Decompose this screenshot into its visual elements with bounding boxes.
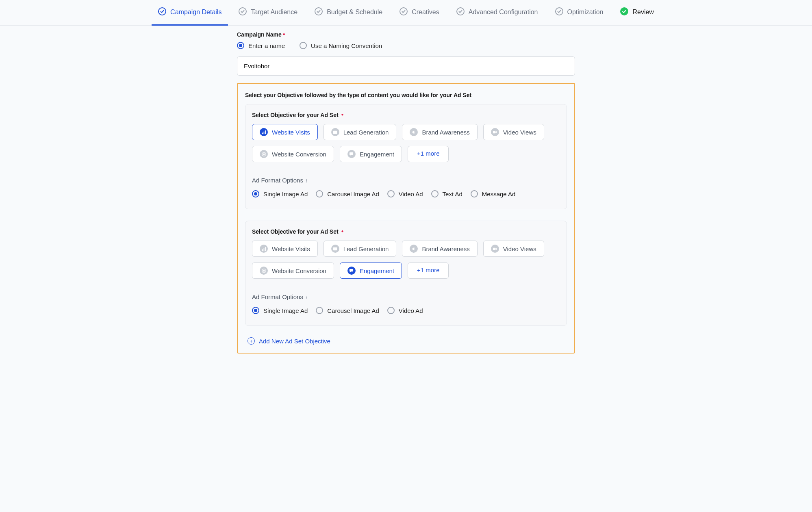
required-icon: ● xyxy=(341,112,344,117)
radio-icon xyxy=(431,190,439,197)
tab-optimization[interactable]: Optimization xyxy=(555,7,604,18)
svg-rect-17 xyxy=(333,247,337,250)
tab-label: Optimization xyxy=(567,9,604,16)
chip-label: Website Conversion xyxy=(272,151,326,158)
campaign-name-label: Campaign Name● xyxy=(237,31,575,38)
chip-icon xyxy=(347,267,356,275)
chip-icon xyxy=(260,245,268,253)
objective-chip-website-conversion[interactable]: Website Conversion xyxy=(252,263,334,279)
tab-campaign-details[interactable]: Campaign Details xyxy=(158,7,221,18)
campaign-name-input[interactable] xyxy=(237,56,575,76)
info-icon[interactable]: i xyxy=(306,178,311,183)
radio-label: Carousel Image Ad xyxy=(327,191,379,197)
svg-point-4 xyxy=(457,8,464,15)
radio-label: Use a Naming Convention xyxy=(311,42,382,49)
add-link-label: Add New Ad Set Objective xyxy=(259,338,330,345)
svg-point-0 xyxy=(158,8,166,15)
objective-chip-row: Website VisitsLead GenerationBrand Aware… xyxy=(252,124,560,162)
tab-review[interactable]: Review xyxy=(620,7,654,18)
tab-status-icon xyxy=(158,7,166,17)
add-adset-objective-link[interactable]: + Add New Ad Set Objective xyxy=(245,337,567,345)
objective-chip-video-views[interactable]: Video Views xyxy=(483,241,544,257)
chip-icon xyxy=(331,245,339,253)
radio-label: Single Image Ad xyxy=(263,307,308,314)
tab-label: Campaign Details xyxy=(170,9,221,16)
objective-chip-lead-generation[interactable]: Lead Generation xyxy=(323,124,397,140)
svg-rect-9 xyxy=(265,130,266,134)
svg-point-5 xyxy=(556,8,563,15)
format-radio-message-ad[interactable]: Message Ad xyxy=(471,190,516,197)
tab-budget-schedule[interactable]: Budget & Schedule xyxy=(315,7,382,18)
tab-creatives[interactable]: Creatives xyxy=(399,7,439,18)
objective-more-chip[interactable]: +1 more xyxy=(408,146,449,162)
chip-icon xyxy=(491,128,499,136)
chip-icon xyxy=(260,150,268,158)
chip-label: Video Views xyxy=(503,129,536,136)
format-radio-video-ad[interactable]: Video Ad xyxy=(387,190,423,197)
objective-chip-row: Website VisitsLead GenerationBrand Aware… xyxy=(252,241,560,279)
chip-icon xyxy=(260,267,268,275)
chip-label: Website Conversion xyxy=(272,267,326,274)
objective-label: Select Objective for your Ad Set ● xyxy=(252,228,560,235)
radio-icon xyxy=(252,307,259,314)
tab-status-icon xyxy=(239,7,247,17)
radio-label: Single Image Ad xyxy=(263,191,308,197)
svg-point-2 xyxy=(315,8,322,15)
objective-more-chip[interactable]: +1 more xyxy=(408,263,449,279)
chip-icon xyxy=(410,128,418,136)
name-mode-radio-0[interactable]: Enter a name xyxy=(237,42,285,49)
chip-label: Engagement xyxy=(360,267,394,274)
tab-advanced-configuration[interactable]: Advanced Configuration xyxy=(456,7,538,18)
campaign-name-mode-row: Enter a nameUse a Naming Convention xyxy=(237,42,575,49)
chip-icon xyxy=(491,245,499,253)
svg-rect-8 xyxy=(263,131,264,134)
format-radio-single-image-ad[interactable]: Single Image Ad xyxy=(252,307,308,314)
objectives-highlight-box: Select your Objective followed by the ty… xyxy=(237,83,575,354)
svg-point-6 xyxy=(620,7,628,15)
tab-label: Advanced Configuration xyxy=(469,9,538,16)
chip-label: Lead Generation xyxy=(343,129,389,136)
format-label: Ad Format Options i xyxy=(252,293,560,300)
objective-chip-engagement[interactable]: Engagement xyxy=(340,263,402,279)
svg-rect-16 xyxy=(265,247,266,250)
svg-rect-15 xyxy=(263,248,264,250)
objective-label: Select Objective for your Ad Set ● xyxy=(252,112,560,118)
chip-label: Lead Generation xyxy=(343,245,389,252)
objective-chip-website-visits[interactable]: Website Visits xyxy=(252,124,318,140)
info-icon[interactable]: i xyxy=(306,294,311,300)
radio-icon xyxy=(316,307,323,314)
radio-icon xyxy=(237,42,244,49)
format-radio-carousel-image-ad[interactable]: Carousel Image Ad xyxy=(316,190,379,197)
radio-icon xyxy=(316,190,323,197)
name-mode-radio-1[interactable]: Use a Naming Convention xyxy=(300,42,382,49)
svg-point-13 xyxy=(263,153,265,155)
objective-chip-video-views[interactable]: Video Views xyxy=(483,124,544,140)
format-radio-video-ad[interactable]: Video Ad xyxy=(387,307,423,314)
tab-target-audience[interactable]: Target Audience xyxy=(239,7,297,18)
radio-icon xyxy=(252,190,259,197)
svg-point-1 xyxy=(239,8,246,15)
radio-label: Text Ad xyxy=(443,191,462,197)
svg-rect-11 xyxy=(493,131,495,133)
plus-circle-icon: + xyxy=(248,337,255,345)
chip-icon xyxy=(410,245,418,253)
chip-label: Engagement xyxy=(360,151,394,158)
svg-rect-18 xyxy=(493,247,495,250)
svg-rect-7 xyxy=(262,132,263,134)
chip-label: Video Views xyxy=(503,245,536,252)
objective-chip-engagement[interactable]: Engagement xyxy=(340,146,402,162)
objective-chip-lead-generation[interactable]: Lead Generation xyxy=(323,241,397,257)
tab-label: Budget & Schedule xyxy=(327,9,382,16)
format-radio-carousel-image-ad[interactable]: Carousel Image Ad xyxy=(316,307,379,314)
radio-icon xyxy=(387,307,395,314)
objective-chip-website-visits[interactable]: Website Visits xyxy=(252,241,318,257)
objective-chip-brand-awareness[interactable]: Brand Awareness xyxy=(402,124,477,140)
chip-label: Website Visits xyxy=(272,245,310,252)
svg-point-20 xyxy=(263,270,265,271)
chip-icon xyxy=(347,150,356,158)
format-radio-single-image-ad[interactable]: Single Image Ad xyxy=(252,190,308,197)
chip-icon xyxy=(260,128,268,136)
objective-chip-brand-awareness[interactable]: Brand Awareness xyxy=(402,241,477,257)
format-radio-text-ad[interactable]: Text Ad xyxy=(431,190,462,197)
objective-chip-website-conversion[interactable]: Website Conversion xyxy=(252,146,334,162)
